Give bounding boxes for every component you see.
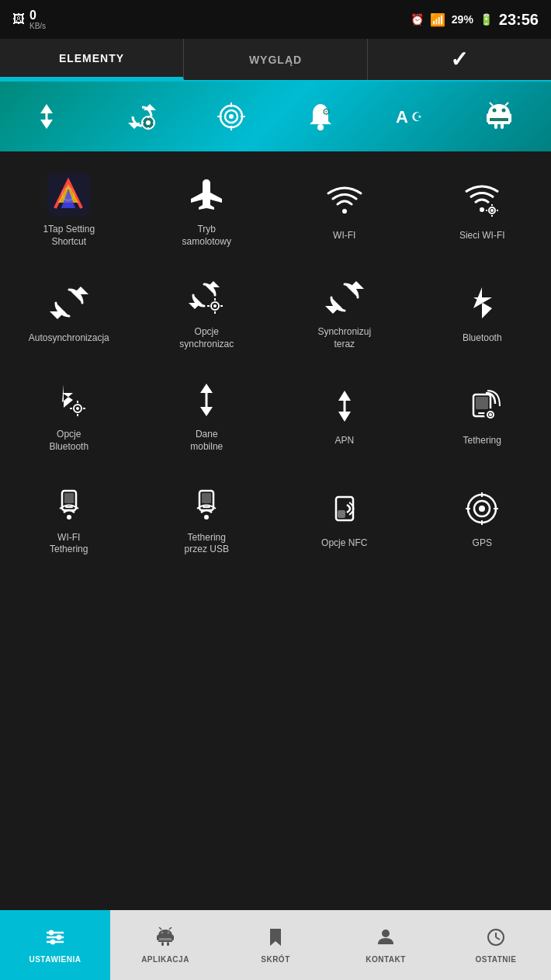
bt-gear-icon <box>47 378 90 421</box>
grid-item-tethering[interactable]: Tethering <box>414 364 552 467</box>
font-icon[interactable]: A ☪ <box>390 97 429 136</box>
tab-elementy[interactable]: ELEMENTY <box>0 39 184 80</box>
svg-rect-78 <box>65 506 73 508</box>
svg-point-96 <box>49 930 54 935</box>
svg-rect-24 <box>488 118 510 121</box>
wifi-icon <box>323 179 366 222</box>
grid-label-nfc: Opcje NFC <box>321 537 367 550</box>
grid-item-bt-options[interactable]: OpcjeBluetooth <box>0 364 138 467</box>
battery-icon: 🔋 <box>480 13 493 26</box>
grid-item-wifi-tethering[interactable]: WI-FITethering <box>0 467 138 570</box>
svg-text:A: A <box>396 107 408 127</box>
svg-rect-71 <box>476 397 488 409</box>
kb-label: KB/s <box>29 22 46 30</box>
grid-label-gps: GPS <box>473 537 492 550</box>
svg-rect-28 <box>508 113 511 123</box>
svg-rect-27 <box>487 113 490 123</box>
svg-line-32 <box>505 103 508 106</box>
nav-android-icon <box>155 927 175 952</box>
svg-marker-0 <box>40 104 53 113</box>
wifi-gear-icon <box>461 179 504 222</box>
autosync-icon <box>47 282 90 325</box>
mobile-data-icon <box>185 378 228 421</box>
svg-point-13 <box>229 114 234 119</box>
nav-ustawienia[interactable]: USTAWIENIA <box>0 910 110 980</box>
bluetooth-icon <box>461 282 504 325</box>
person-icon <box>376 927 396 952</box>
grid-item-nfc[interactable]: Opcje NFC <box>276 467 414 570</box>
sort-icon[interactable] <box>33 97 72 136</box>
grid-item-autosync[interactable]: Autosynchronizacja <box>0 262 138 364</box>
time-display: 23:56 <box>499 11 539 29</box>
grid-item-wifi[interactable]: WI-FI <box>276 159 414 262</box>
target-icon[interactable] <box>212 97 251 136</box>
kb-value: 0 <box>29 9 46 22</box>
svg-rect-103 <box>172 935 174 940</box>
svg-point-88 <box>479 506 485 512</box>
tab-bar: ELEMENTY WYGLĄD ✓ <box>0 39 551 82</box>
icon-grid: 1Tap SettingShortcut Trybsamolotowy WI-F… <box>0 151 551 578</box>
svg-point-59 <box>76 407 79 410</box>
nav-skrot[interactable]: SKRÓT <box>220 910 331 980</box>
android-icon[interactable] <box>480 97 518 136</box>
svg-point-26 <box>501 109 505 113</box>
grid-item-usb-tethering[interactable]: Tetheringprzez USB <box>138 467 276 570</box>
svg-point-25 <box>492 109 496 113</box>
svg-line-113 <box>496 937 500 940</box>
tethering-icon <box>461 384 504 427</box>
svg-marker-67 <box>338 391 351 401</box>
nav-label-ostatnie: OSTATNIE <box>475 955 516 964</box>
grid-label-airplane: Trybsamolotowy <box>182 224 231 248</box>
svg-rect-105 <box>167 942 169 946</box>
grid-item-wifi-settings[interactable]: Sieci WI-FI <box>414 159 552 262</box>
grid-label-1tap: 1Tap SettingShortcut <box>43 224 95 248</box>
sync-settings-icon[interactable] <box>123 97 161 136</box>
svg-text:☪: ☪ <box>411 110 422 123</box>
svg-point-35 <box>342 209 347 214</box>
svg-point-110 <box>382 930 390 937</box>
svg-point-83 <box>204 515 209 520</box>
svg-point-107 <box>168 931 170 933</box>
grid-label-apn: APN <box>334 435 354 447</box>
status-right: ⏰ 📶 29% 🔋 23:56 <box>411 11 539 29</box>
nav-label-ustawienia: USTAWIENIA <box>29 955 81 964</box>
svg-point-106 <box>161 931 164 933</box>
sound-icon[interactable]: ⚙ <box>301 97 340 136</box>
grid-item-sync-now[interactable]: Synchronizujteraz <box>276 262 414 364</box>
svg-text:⚙: ⚙ <box>322 106 331 117</box>
sync-now-icon <box>323 276 366 318</box>
nav-kontakt[interactable]: KONTAKT <box>331 910 441 980</box>
nav-ostatnie[interactable]: OSTATNIE <box>441 910 551 980</box>
usb-tethering-icon <box>185 481 228 524</box>
svg-marker-1 <box>40 120 53 129</box>
nav-label-kontakt: KONTAKT <box>366 955 406 964</box>
grid-item-1tap[interactable]: 1Tap SettingShortcut <box>0 159 138 262</box>
battery-value: 29% <box>452 13 473 26</box>
airplane-icon <box>185 173 228 216</box>
nav-aplikacja[interactable]: APLIKACJA <box>110 910 220 980</box>
grid-label-bt-options: OpcjeBluetooth <box>49 429 88 453</box>
svg-point-39 <box>490 209 494 212</box>
grid-item-bluetooth[interactable]: Bluetooth <box>414 262 552 364</box>
svg-rect-81 <box>202 493 211 503</box>
nav-label-skrot: SKRÓT <box>261 955 290 964</box>
svg-point-75 <box>489 413 492 416</box>
tab-confirm[interactable]: ✓ <box>368 39 551 80</box>
svg-point-97 <box>57 935 61 940</box>
tab-wyglad[interactable]: WYGLĄD <box>184 39 368 80</box>
svg-line-109 <box>169 927 172 930</box>
grid-label-wifi-tethering: WI-FITethering <box>50 532 88 556</box>
grid-item-apn[interactable]: APN <box>276 364 414 467</box>
grid-label-wifi: WI-FI <box>333 230 355 242</box>
grid-item-gps[interactable]: GPS <box>414 467 552 570</box>
grid-item-airplane[interactable]: Trybsamolotowy <box>138 159 276 262</box>
grid-label-sync-now: Synchronizujteraz <box>317 326 371 350</box>
grid-label-usb-tethering: Tetheringprzez USB <box>185 532 229 556</box>
svg-line-108 <box>159 927 161 930</box>
grid-item-sync-options[interactable]: Opcjesynchronizac <box>138 262 276 364</box>
grid-label-bluetooth: Bluetooth <box>463 332 502 345</box>
signal-icon: 📶 <box>430 12 445 27</box>
sliders-icon <box>45 927 65 952</box>
grid-item-mobile-data[interactable]: Danemobilne <box>138 364 276 467</box>
grid-label-mobile-data: Danemobilne <box>190 429 223 453</box>
